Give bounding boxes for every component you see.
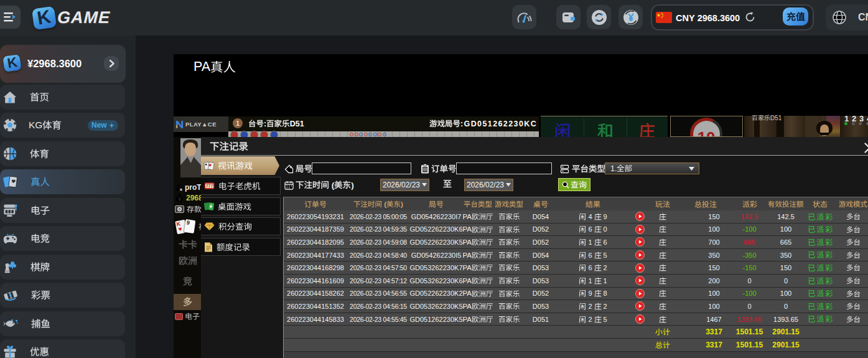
svg-text:777: 777 <box>206 184 213 188</box>
